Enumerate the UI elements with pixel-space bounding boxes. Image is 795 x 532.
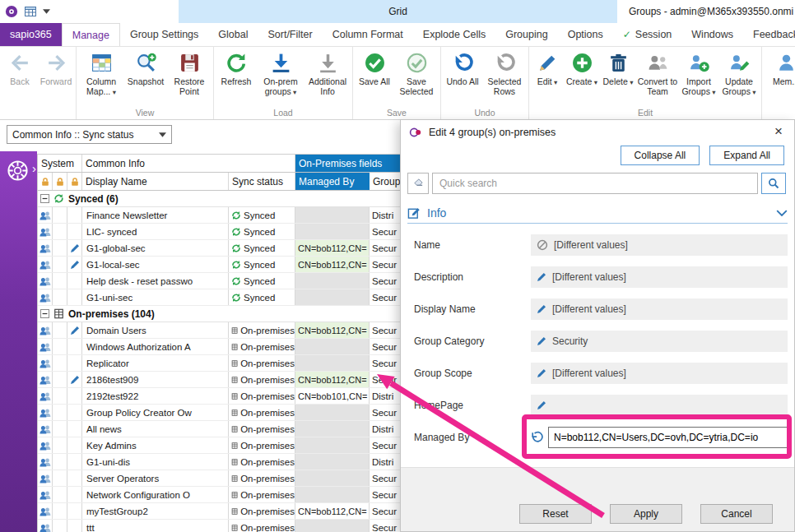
managed-by-input[interactable] [548, 427, 788, 448]
synced-status-icon [231, 210, 241, 220]
lock-cell [53, 437, 67, 453]
sync-status-cell: On-premises [229, 454, 295, 470]
tab-sort-filter[interactable]: Sort/Filter [258, 23, 322, 46]
table-row[interactable]: 2192test922On-premisesCN=bob101,CN=Distr… [38, 388, 401, 405]
snapshot-button[interactable]: Snapshot [124, 49, 167, 86]
grid-window-icon[interactable] [24, 5, 37, 18]
save-selected-button[interactable]: Save Selected [394, 49, 439, 97]
quick-access-caret-icon[interactable] [43, 9, 50, 14]
search-button[interactable] [761, 173, 786, 194]
table-row[interactable]: LIC- syncedSyncedSecur [38, 224, 401, 240]
table-row[interactable]: G1-uni-secSyncedSecur [38, 289, 401, 306]
managed-by-column-header[interactable]: Managed By [295, 173, 370, 190]
chevron-down-icon[interactable] [776, 210, 788, 216]
tab-column-format[interactable]: Column Format [323, 23, 413, 46]
display-name-column-header[interactable]: Display Name [82, 173, 229, 190]
sync-status-column-header[interactable]: Sync status [229, 173, 295, 190]
search-input[interactable] [432, 173, 758, 194]
group-header-row[interactable]: Synced (6) [38, 191, 401, 207]
group-column-header[interactable]: Group [370, 173, 401, 190]
table-row[interactable]: G1-local-secSyncedCN=bob112,CN=Secur [38, 257, 401, 273]
view-selector-dropdown[interactable]: Common Info :: Sync status [7, 125, 172, 144]
ribbon-group-buttons: Mem... [762, 49, 795, 106]
table-row[interactable]: Help desk - reset passwoSyncedSecur [38, 273, 401, 289]
selected-rows-button[interactable]: Selected Rows [482, 49, 527, 97]
group-type-icon [40, 260, 51, 270]
table-row[interactable]: tttOn-premisesSecur [38, 520, 401, 532]
collapse-toggle-icon[interactable] [40, 194, 49, 203]
back-button[interactable]: Back [2, 49, 38, 86]
table-row[interactable]: 2186test909On-premisesCN=bob112,CN=Secur [38, 372, 401, 388]
apply-button[interactable]: Apply [610, 504, 682, 524]
edit-flag-cell [67, 503, 82, 519]
cancel-button[interactable]: Cancel [700, 504, 773, 524]
table-row[interactable]: myTestGroup2On-premisesCN=bob112,CN=Secu… [38, 503, 401, 520]
collapse-all-button[interactable]: Collapse All [621, 146, 700, 165]
edit-button[interactable]: Edit ▾ [531, 49, 564, 86]
tab-group-settings[interactable]: Group Settings [120, 23, 208, 46]
close-icon[interactable]: × [769, 123, 788, 141]
table-row[interactable]: Network Configuration OOn-premisesSecur [38, 487, 401, 503]
tab-windows[interactable]: Windows [681, 23, 743, 46]
table-row[interactable]: ReplicatorOn-premisesSecur [38, 355, 401, 372]
table-row[interactable]: Domain UsersOn-premisesCN=bob112,CN=Secu… [38, 322, 401, 339]
field-control-display-name[interactable]: [Different values] [531, 298, 788, 320]
clear-search-button[interactable] [407, 173, 429, 194]
create-button[interactable]: Create ▾ [564, 49, 600, 86]
tab-manage[interactable]: Manage [62, 23, 120, 46]
reset-button[interactable]: Reset [519, 504, 592, 524]
field-control-homepage[interactable] [531, 395, 788, 416]
table-row[interactable]: Group Policy Creator OwOn-premisesSecur [38, 405, 401, 421]
column-map-button[interactable]: Column Map... ▾ [78, 49, 124, 97]
delete-button[interactable]: Delete ▾ [600, 49, 636, 86]
tab-global[interactable]: Global [208, 23, 258, 46]
settings-gear-icon[interactable] [6, 159, 30, 183]
grid-header-system[interactable]: System [38, 155, 82, 172]
tab-grouping[interactable]: Grouping [495, 23, 557, 46]
field-control-description[interactable]: [Different values] [531, 266, 788, 288]
table-row[interactable]: G1-global-secSyncedCN=bob112,CN=Secur [38, 240, 401, 257]
undo-all-button[interactable]: Undo All [443, 49, 482, 86]
on-prem-groups-button[interactable]: On-prem groups ▾ [257, 49, 305, 97]
tab-explode-cells[interactable]: Explode Cells [413, 23, 495, 46]
grid-header-common-info[interactable]: Common Info [82, 155, 295, 172]
lock-column-header[interactable] [53, 173, 67, 190]
group-header-row[interactable]: On-premises (104) [38, 306, 401, 322]
update-groups-button[interactable]: Update Groups ▾ [718, 49, 760, 97]
table-row[interactable]: Finance NewsletterSyncedDistri [38, 207, 401, 224]
forward-button[interactable]: Forward [38, 49, 74, 86]
sidebar-expand-chevron[interactable]: › [32, 162, 36, 174]
collapse-toggle-icon[interactable] [40, 309, 49, 318]
tab-sapio365[interactable]: sapio365 [0, 23, 62, 46]
convert-to-team-button[interactable]: Convert to Team [636, 49, 679, 97]
forward-icon [45, 52, 67, 74]
group-type-icon [40, 276, 51, 286]
table-row[interactable]: Server OperatorsOn-premisesSecur [38, 470, 401, 487]
tab-feedback[interactable]: Feedback [743, 23, 795, 46]
tab-options[interactable]: Options [558, 23, 613, 46]
additional-info-button[interactable]: Additional Info [305, 49, 351, 97]
lock-column-header[interactable] [38, 173, 53, 190]
lock-icon [55, 177, 65, 187]
import-groups-button[interactable]: Import Groups ▾ [679, 49, 718, 97]
restore-point-button[interactable]: Restore Point [167, 49, 212, 97]
info-section-header[interactable]: Info [407, 202, 788, 224]
expand-all-button[interactable]: Expand All [709, 146, 784, 165]
grid-header-on-premises-fields[interactable]: On-Premises fields [295, 155, 401, 172]
tab-session[interactable]: ✓Session [613, 23, 682, 46]
field-control-name[interactable]: [Different values] [531, 234, 788, 256]
field-control-group-scope[interactable]: [Different values] [531, 363, 788, 384]
managed-by-cell [295, 487, 370, 502]
group-type-icon [40, 293, 51, 303]
table-row[interactable]: G1-uni-disOn-premisesDistri [38, 454, 401, 470]
mem-button[interactable]: Mem... [764, 49, 795, 86]
field-control-group-category[interactable]: Security [531, 331, 788, 352]
refresh-button[interactable]: Refresh [216, 49, 257, 86]
table-row[interactable]: All newsOn-premisesDistri [38, 421, 401, 437]
table-row[interactable]: Windows Authorization AOn-premisesSecur [38, 339, 401, 355]
save-all-button[interactable]: Save All [355, 49, 394, 86]
field-row-display-name: Display Name[Different values] [401, 293, 794, 325]
table-row[interactable]: Key AdminsOn-premisesSecur [38, 437, 401, 454]
undo-icon[interactable] [531, 431, 543, 443]
lock-column-header[interactable] [67, 173, 82, 190]
